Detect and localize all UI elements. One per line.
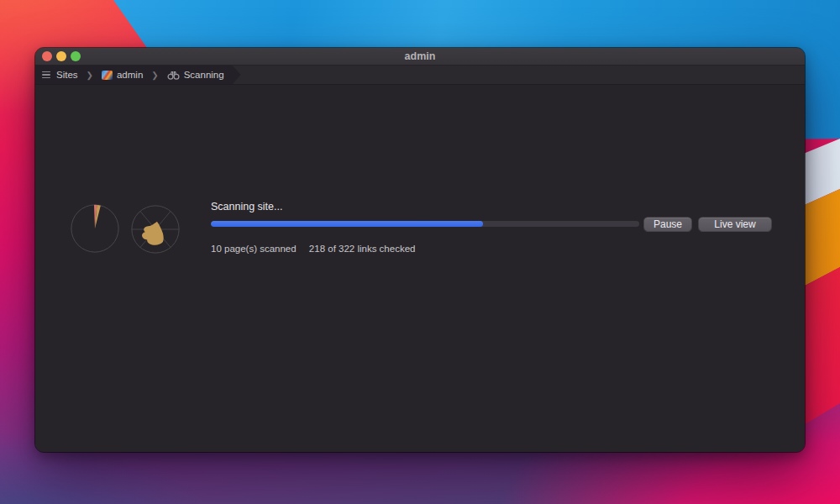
traffic-lights [42, 51, 81, 61]
links-checked-text: 218 of 322 links checked [309, 244, 416, 254]
breadcrumb-item-admin[interactable]: admin [117, 70, 143, 80]
app-window: admin Sites ❯ admin ❯ Scanning [35, 48, 805, 452]
minimize-button[interactable] [56, 51, 66, 61]
scan-progress-bar [211, 221, 639, 227]
pages-scanned-text: 10 page(s) scanned [211, 244, 297, 254]
breadcrumb: Sites ❯ admin ❯ Scanning [35, 66, 241, 84]
pause-button[interactable]: Pause [643, 217, 692, 232]
close-button[interactable] [42, 51, 52, 61]
scan-stats: 10 page(s) scanned 218 of 322 links chec… [211, 244, 415, 254]
window-titlebar[interactable]: admin [35, 48, 805, 66]
breadcrumb-bar: Sites ❯ admin ❯ Scanning [35, 66, 805, 85]
chevron-right-icon: ❯ [151, 71, 158, 80]
desktop: admin Sites ❯ admin ❯ Scanning [0, 0, 840, 504]
sites-list-icon [42, 71, 50, 79]
scan-coverage-chart [130, 204, 181, 255]
zoom-button[interactable] [71, 51, 81, 61]
chevron-right-icon: ❯ [87, 71, 93, 80]
breadcrumb-item-scanning[interactable]: Scanning [184, 70, 224, 80]
breadcrumb-item-sites[interactable]: Sites [56, 70, 78, 80]
live-view-button[interactable]: Live view [698, 217, 772, 232]
site-favicon-icon [102, 71, 113, 80]
window-title: admin [35, 48, 805, 65]
progress-fill [211, 221, 483, 227]
scan-panel: Scanning site... 10 page(s) scanned 218 … [35, 85, 805, 452]
scan-pie-chart [70, 203, 120, 254]
scan-status-text: Scanning site... [211, 201, 282, 213]
binoculars-icon [167, 71, 180, 80]
